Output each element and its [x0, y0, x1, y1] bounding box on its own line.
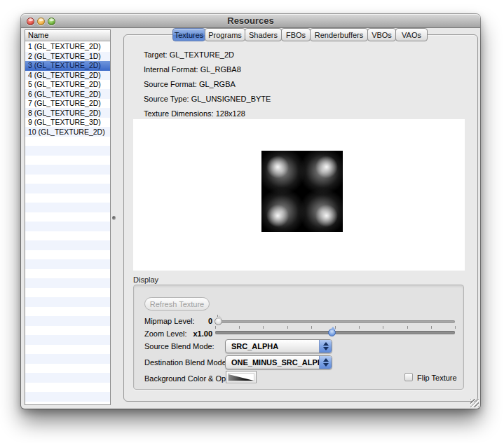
- tab-fbos[interactable]: FBOs: [281, 28, 311, 41]
- background-color-well[interactable]: [226, 371, 257, 383]
- tab-vbos[interactable]: VBOs: [367, 28, 396, 41]
- mipmap-slider-track[interactable]: [215, 320, 455, 323]
- splitter-handle[interactable]: [112, 216, 116, 220]
- window-title: Resources: [21, 14, 480, 28]
- texture-image: [261, 151, 343, 232]
- zoom-level-value: x1.00: [175, 329, 212, 338]
- info-texture-dimensions-label: Texture Dimensions:: [144, 109, 214, 118]
- up-down-arrows-icon: [319, 340, 332, 353]
- zoom-tick-marks: [215, 326, 456, 329]
- info-source-format: Source Format: GL_RGBA: [144, 80, 236, 88]
- info-source-type-value: GL_UNSIGNED_BYTE: [191, 95, 271, 103]
- info-target-label: Target:: [144, 50, 168, 59]
- list-item-texture-7[interactable]: 7 (GL_TEXTURE_2D): [25, 99, 110, 109]
- flip-texture-checkbox[interactable]: [404, 373, 413, 381]
- texture-list: Name 1 (GL_TEXTURE_2D) 2 (GL_TEXTURE_1D)…: [25, 29, 111, 405]
- tab-vaos[interactable]: VAOs: [395, 28, 428, 41]
- tab-renderbuffers[interactable]: Renderbuffers: [310, 28, 368, 41]
- window-titlebar[interactable]: Resources: [21, 14, 480, 28]
- list-item-texture-4[interactable]: 4 (GL_TEXTURE_2D): [25, 71, 110, 81]
- texture-list-rows: 1 (GL_TEXTURE_2D) 2 (GL_TEXTURE_1D) 3 (G…: [25, 42, 110, 404]
- info-target: Target: GL_TEXTURE_2D: [144, 50, 234, 59]
- up-down-arrows-icon: [319, 356, 332, 369]
- info-texture-dimensions-value: 128x128: [216, 109, 245, 118]
- info-source-format-value: GL_RGBA: [199, 80, 236, 88]
- source-blend-dropdown[interactable]: SRC_ALPHA: [225, 339, 332, 353]
- texture-preview-area: [133, 119, 465, 271]
- flip-texture-label: Flip Texture: [417, 374, 457, 382]
- info-internal-format-label: Internal Format:: [144, 65, 198, 74]
- list-item-texture-9[interactable]: 9 (GL_TEXTURE_3D): [25, 118, 110, 128]
- info-source-type-label: Source Type:: [144, 95, 189, 103]
- list-item-texture-6[interactable]: 6 (GL_TEXTURE_2D): [25, 90, 110, 100]
- list-item-texture-1[interactable]: 1 (GL_TEXTURE_2D): [25, 42, 110, 52]
- list-item-texture-2[interactable]: 2 (GL_TEXTURE_1D): [25, 52, 110, 62]
- info-target-value: GL_TEXTURE_2D: [170, 50, 234, 59]
- info-internal-format: Internal Format: GL_RGBA8: [144, 65, 241, 74]
- destination-blend-label: Destination Blend Mode:: [144, 358, 229, 367]
- refresh-texture-button[interactable]: Refresh Texture: [144, 297, 210, 311]
- color-well-frame: [228, 373, 254, 381]
- tab-textures[interactable]: Textures: [172, 28, 205, 41]
- zoom-slider[interactable]: [215, 326, 456, 339]
- destination-blend-dropdown[interactable]: ONE_MINUS_SRC_ALPHA: [225, 355, 332, 369]
- list-item-texture-5[interactable]: 5 (GL_TEXTURE_2D): [25, 80, 110, 90]
- info-source-type: Source Type: GL_UNSIGNED_BYTE: [144, 95, 271, 103]
- tab-shaders[interactable]: Shaders: [245, 28, 282, 41]
- list-item-texture-8[interactable]: 8 (GL_TEXTURE_2D): [25, 109, 110, 118]
- mipmap-slider-thumb[interactable]: [214, 318, 222, 325]
- resources-window: Resources Name 1 (GL_TEXTURE_2D) 2 (GL_T…: [21, 14, 480, 409]
- tab-bar: Textures Programs Shaders FBOs Renderbuf…: [173, 28, 428, 41]
- info-texture-dimensions: Texture Dimensions: 128x128: [144, 109, 245, 118]
- name-column-header[interactable]: Name: [25, 30, 110, 41]
- display-group: Refresh Texture Mipmap Level: 0 Zoom Lev…: [133, 285, 464, 390]
- zoom-slider-thumb[interactable]: [328, 329, 336, 336]
- source-blend-label: Source Blend Mode:: [144, 342, 214, 350]
- mipmap-level-value: 0: [175, 317, 212, 325]
- list-item-texture-10[interactable]: 10 (GL_TEXTURE_2D): [25, 128, 110, 137]
- desktop-background: Resources Name 1 (GL_TEXTURE_2D) 2 (GL_T…: [0, 0, 504, 443]
- resize-grip-icon[interactable]: [470, 399, 479, 407]
- destination-blend-selected-value: ONE_MINUS_SRC_ALPHA: [231, 356, 329, 369]
- info-source-format-label: Source Format:: [144, 80, 197, 88]
- tab-programs[interactable]: Programs: [205, 28, 245, 41]
- list-item-texture-3[interactable]: 3 (GL_TEXTURE_2D): [25, 61, 110, 71]
- color-opacity-wedge-icon: [229, 374, 254, 381]
- info-internal-format-value: GL_RGBA8: [200, 65, 241, 74]
- display-section-label: Display: [133, 275, 158, 284]
- source-blend-selected-value: SRC_ALPHA: [231, 340, 278, 353]
